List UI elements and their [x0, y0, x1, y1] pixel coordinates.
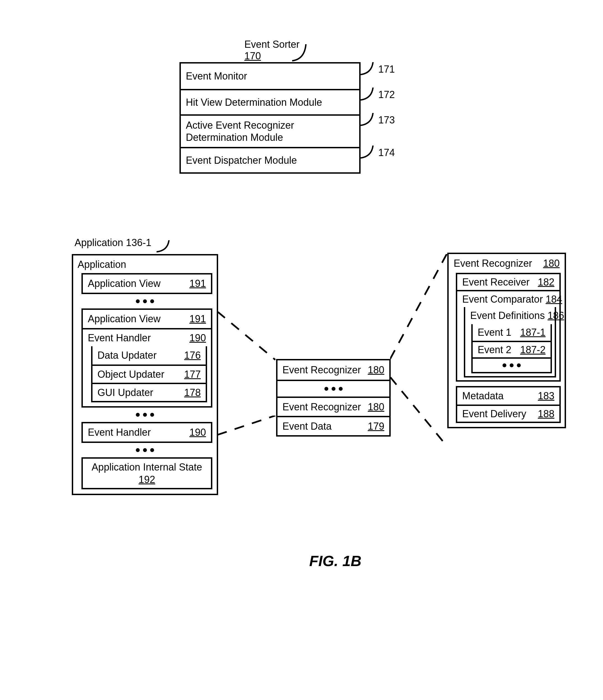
event-1-row: Event 1 187-1 — [473, 324, 551, 341]
event-handler-1-row: Event Handler 190 — [83, 328, 211, 346]
event-definitions-row: Event Definitions 186 — [465, 307, 555, 324]
event-receiver-row: Event Receiver 182 — [457, 273, 559, 290]
active-recognizer-row: Active Event Recognizer Determination Mo… — [181, 114, 359, 147]
recognizers-2: Event Recognizer 180 — [277, 397, 389, 416]
event-data-row: Event Data 179 — [277, 416, 389, 435]
app-dots-3 — [73, 443, 217, 457]
recognizer-list-box: Event Recognizer 180 Event Recognizer 18… — [276, 359, 391, 436]
gui-updater-row: GUI Updater 178 — [93, 383, 206, 401]
leader-173 — [360, 113, 380, 129]
object-updater-row: Object Updater 177 — [93, 365, 206, 383]
delivery-row: Event Delivery 188 — [457, 404, 559, 422]
recognizer-detail-box: Event Recognizer 180 Event Receiver 182 … — [447, 253, 566, 428]
meta-delivery-group: Metadata 183 Event Delivery 188 — [456, 386, 561, 423]
event-sorter-title: Event Sorter 170 — [244, 39, 300, 62]
leader-136-1 — [156, 240, 176, 255]
num-172: 172 — [378, 89, 395, 101]
metadata-row: Metadata 183 — [457, 388, 559, 404]
dash-app-to-list-top — [217, 311, 278, 361]
event-handler-2: Event Handler 190 — [81, 422, 212, 443]
event-comparator-row: Event Comparator 184 — [457, 290, 559, 307]
event-sorter-box: Event Monitor Hit View Determination Mod… — [179, 62, 360, 174]
leader-171 — [360, 62, 380, 79]
dash-list-to-detail-bottom — [390, 377, 448, 447]
svg-line-2 — [390, 254, 447, 359]
leader-172 — [360, 88, 380, 104]
data-updater-row: Data Updater 176 — [93, 346, 206, 365]
num-173: 173 — [378, 114, 395, 126]
hit-view-row: Hit View Determination Module — [181, 89, 359, 114]
leader-174 — [360, 146, 380, 162]
num-171: 171 — [378, 64, 395, 75]
recognizers-1: Event Recognizer 180 — [277, 360, 389, 380]
app-dots-1 — [73, 294, 217, 308]
leader-170 — [292, 44, 314, 64]
dash-list-to-detail-top — [390, 254, 448, 360]
svg-line-0 — [217, 311, 275, 360]
svg-line-1 — [217, 416, 275, 435]
application-header: Application — [73, 255, 217, 271]
num-174: 174 — [378, 147, 395, 158]
event-definitions-group: Event Definitions 186 Event 1 187-1 Even… — [464, 307, 556, 377]
app-dots-2 — [73, 407, 217, 422]
diagram-page: Event Sorter 170 Event Monitor Hit View … — [0, 0, 603, 700]
event-2-row: Event 2 187-2 — [473, 341, 551, 357]
internal-state: Application Internal State 192 — [81, 457, 212, 489]
dash-app-to-list-bottom — [217, 416, 278, 438]
updaters-group: Data Updater 176 Object Updater 177 GUI … — [91, 346, 207, 402]
application-title: Application 136-1 — [75, 237, 151, 249]
app-view-1: Application View 191 — [81, 273, 212, 294]
app-view-2: Application View 191 Event Handler 190 D… — [81, 308, 212, 407]
svg-line-3 — [390, 377, 447, 446]
event-dispatcher-row: Event Dispatcher Module — [181, 147, 359, 172]
list-dots — [277, 380, 389, 397]
event-list-dots — [473, 357, 551, 372]
event-monitor-row: Event Monitor — [181, 64, 359, 89]
detail-header: Event Recognizer 180 — [449, 254, 564, 273]
figure-caption: FIG. 1B — [309, 552, 361, 569]
application-box: Application Application View 191 Applica… — [72, 254, 218, 495]
